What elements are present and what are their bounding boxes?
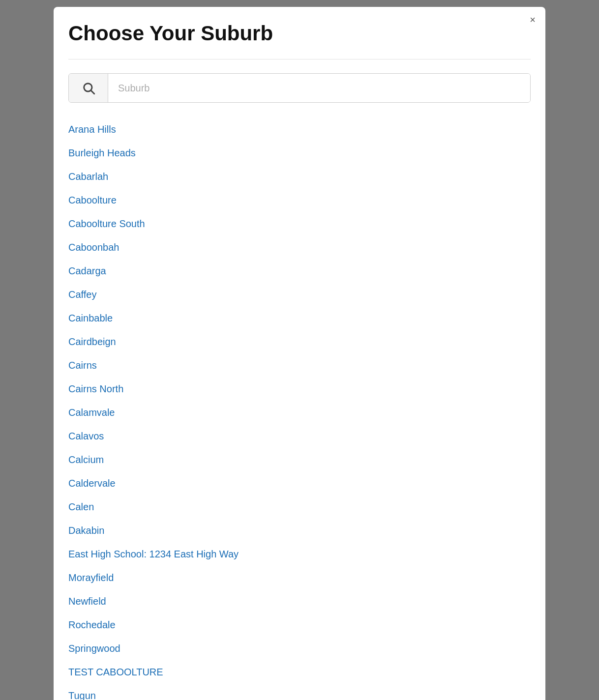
list-item[interactable]: Calcium	[68, 448, 531, 471]
svg-line-1	[91, 90, 94, 93]
list-item[interactable]: Arana Hills	[68, 117, 531, 141]
list-item[interactable]: Calen	[68, 495, 531, 519]
list-item[interactable]: Cadarga	[68, 259, 531, 283]
list-item[interactable]: Cairns North	[68, 377, 531, 401]
divider	[68, 59, 531, 59]
search-icon-box	[69, 74, 108, 102]
list-item[interactable]: Caboolture	[68, 188, 531, 212]
suburb-list: Arana HillsBurleigh HeadsCabarlahCaboolt…	[68, 117, 531, 700]
modal-overlay: × Choose Your Suburb Arana HillsBurleigh…	[0, 0, 599, 700]
list-item[interactable]: Springwood	[68, 637, 531, 660]
list-item[interactable]: Cairns	[68, 353, 531, 377]
close-button[interactable]: ×	[530, 15, 536, 25]
list-item[interactable]: Cabarlah	[68, 165, 531, 188]
list-item[interactable]: Cainbable	[68, 306, 531, 330]
list-item[interactable]: Caboonbah	[68, 235, 531, 259]
list-item[interactable]: Calamvale	[68, 401, 531, 424]
modal-dialog: × Choose Your Suburb Arana HillsBurleigh…	[54, 7, 545, 700]
search-container	[68, 73, 531, 103]
modal-title: Choose Your Suburb	[68, 22, 531, 45]
list-item[interactable]: Calavos	[68, 424, 531, 448]
list-item[interactable]: Caboolture South	[68, 212, 531, 235]
search-input[interactable]	[108, 74, 530, 102]
list-item[interactable]: TEST CABOOLTURE	[68, 660, 531, 684]
list-item[interactable]: East High School: 1234 East High Way	[68, 542, 531, 566]
list-item[interactable]: Morayfield	[68, 566, 531, 589]
list-item[interactable]: Burleigh Heads	[68, 141, 531, 165]
list-item[interactable]: Caffey	[68, 283, 531, 306]
list-item[interactable]: Tugun	[68, 684, 531, 700]
list-item[interactable]: Rochedale	[68, 613, 531, 637]
list-item[interactable]: Newfield	[68, 589, 531, 613]
list-item[interactable]: Dakabin	[68, 519, 531, 542]
list-item[interactable]: Caldervale	[68, 471, 531, 495]
list-item[interactable]: Cairdbeign	[68, 330, 531, 353]
search-icon	[82, 81, 95, 95]
